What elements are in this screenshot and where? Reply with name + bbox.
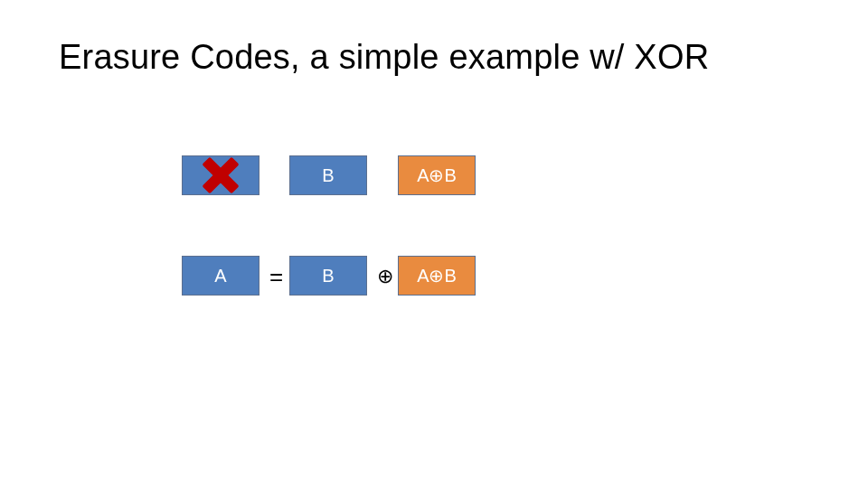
xor-operator: ⊕ [377, 267, 393, 286]
slide-title: Erasure Codes, a simple example w/ XOR [59, 38, 709, 77]
box-row1-b: B [289, 155, 367, 195]
slide: Erasure Codes, a simple example w/ XOR A… [0, 0, 868, 488]
box-row2-b-label: B [322, 266, 334, 286]
box-row1-b-label: B [322, 165, 334, 186]
box-row1-a-label: A [214, 165, 226, 186]
box-row2-axb-label: A⊕B [417, 265, 457, 286]
box-row1-axb-label: A⊕B [417, 164, 457, 186]
equals-sign: = [269, 265, 283, 288]
box-row2-a-label: A [214, 266, 226, 286]
box-row2-axb: A⊕B [398, 256, 476, 296]
box-row2-b: B [289, 256, 367, 296]
box-row1-a: A [182, 155, 259, 195]
box-row1-axb: A⊕B [398, 155, 476, 195]
box-row2-a: A [182, 256, 259, 296]
